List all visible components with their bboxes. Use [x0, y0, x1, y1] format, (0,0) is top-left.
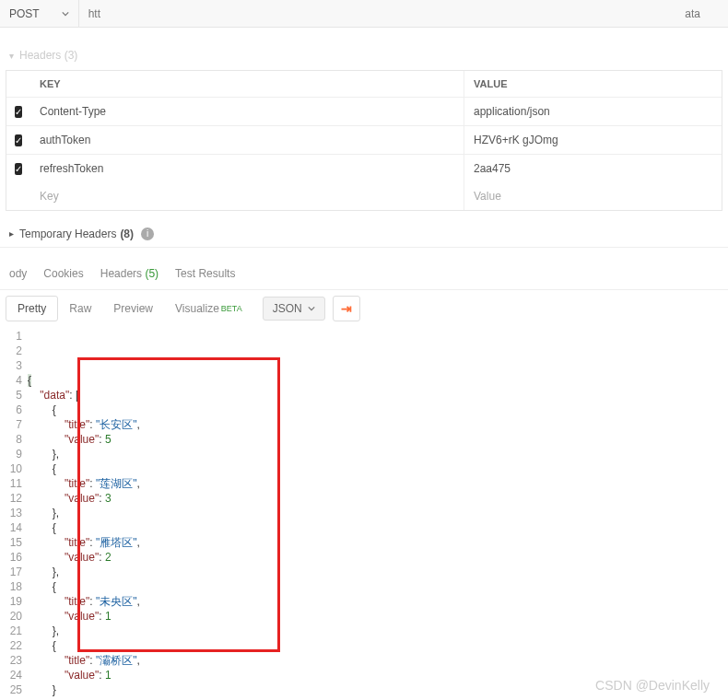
response-tabs: ody Cookies Headers (5) Test Results: [0, 257, 728, 290]
request-url-bar: POST htt ata: [0, 0, 728, 28]
chevron-down-icon: [308, 305, 315, 312]
headers-new-row[interactable]: Key Value: [6, 182, 722, 210]
value-column-header: VALUE: [464, 71, 722, 97]
new-key-input[interactable]: Key: [30, 182, 464, 210]
header-key[interactable]: authToken: [30, 126, 464, 154]
line-gutter: 1234567891011121314151617181920212223242…: [0, 327, 28, 700]
headers-section-label: Headers (3): [19, 49, 77, 62]
view-raw[interactable]: Raw: [58, 297, 102, 321]
url-input[interactable]: htt ata: [78, 0, 728, 27]
view-visualize[interactable]: VisualizeBETA: [164, 297, 253, 321]
table-row[interactable]: ✓Content-Typeapplication/json: [6, 98, 722, 126]
tab-test-results[interactable]: Test Results: [175, 267, 235, 280]
http-method-select[interactable]: POST: [0, 0, 78, 27]
watermark: CSDN @DevinKelly: [595, 678, 710, 693]
format-select[interactable]: JSON: [263, 297, 325, 321]
checkbox-icon[interactable]: ✓: [15, 163, 22, 175]
url-suffix: ata: [685, 7, 719, 20]
tab-body[interactable]: ody: [9, 267, 27, 280]
tab-cookies[interactable]: Cookies: [43, 267, 83, 280]
new-value-input[interactable]: Value: [464, 182, 722, 210]
temporary-headers-label: Temporary Headers: [19, 228, 116, 240]
headers-section-toggle[interactable]: ▾ Headers (3): [0, 46, 728, 64]
header-key[interactable]: Content-Type: [30, 98, 464, 125]
view-preview[interactable]: Preview: [102, 297, 164, 321]
url-prefix: htt: [88, 7, 100, 20]
table-row[interactable]: ✓authTokenHZV6+rK gJOmg: [6, 126, 722, 155]
temporary-headers-toggle[interactable]: ▸ Temporary Headers (8) i: [0, 220, 728, 248]
wrap-icon: ⇥: [341, 301, 352, 316]
header-key[interactable]: refreshToken: [30, 155, 464, 182]
tab-headers[interactable]: Headers (5): [100, 267, 159, 280]
info-icon[interactable]: i: [141, 228, 154, 240]
chevron-down-icon: [62, 7, 69, 20]
table-row[interactable]: ✓refreshToken2aa475: [6, 155, 722, 182]
response-toolbar: Pretty Raw Preview VisualizeBETA JSON ⇥: [0, 290, 728, 327]
wrap-lines-button[interactable]: ⇥: [333, 296, 360, 321]
headers-table-head: KEY VALUE: [6, 71, 722, 98]
temporary-headers-count: (8): [120, 228, 134, 240]
format-label: JSON: [273, 302, 302, 315]
key-column-header: KEY: [30, 71, 464, 97]
header-value[interactable]: application/json: [464, 98, 722, 125]
code-content[interactable]: { "data": [ { "title": "长安区", "value": 5…: [28, 327, 140, 700]
checkbox-icon[interactable]: ✓: [15, 106, 22, 118]
headers-table: KEY VALUE ✓Content-Typeapplication/json✓…: [6, 70, 722, 211]
header-value[interactable]: 2aa475: [464, 155, 722, 182]
http-method-label: POST: [9, 7, 40, 20]
caret-down-icon: ▾: [9, 51, 14, 61]
caret-right-icon: ▸: [9, 228, 14, 239]
header-value[interactable]: HZV6+rK gJOmg: [464, 126, 722, 154]
checkbox-icon[interactable]: ✓: [15, 134, 22, 146]
response-body: 1234567891011121314151617181920212223242…: [0, 327, 728, 700]
view-pretty[interactable]: Pretty: [6, 296, 58, 321]
